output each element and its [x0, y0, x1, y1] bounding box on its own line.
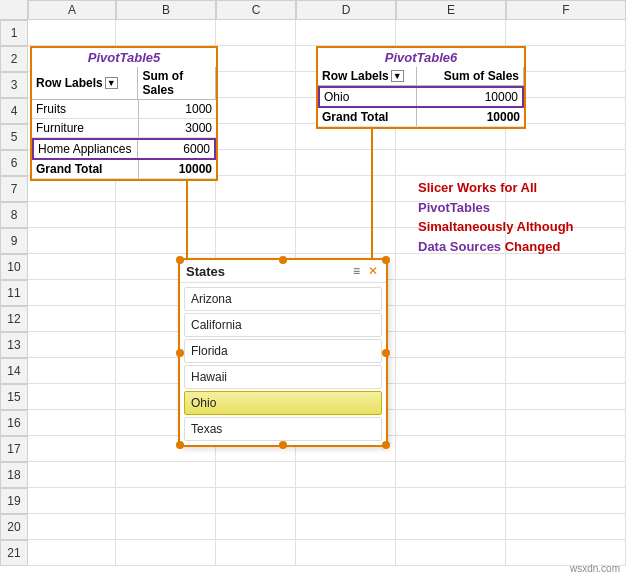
row-9: 9 [0, 228, 28, 254]
col-header-c: C [216, 0, 296, 20]
annotation-line2: PivotTables [418, 200, 490, 215]
row-1: 1 [0, 20, 28, 46]
slicer-item-arizona[interactable]: Arizona [184, 287, 382, 311]
cell-grandtotal1-value: 10000 [139, 160, 217, 178]
pivot-table-2-col-sumsales: Sum of Sales [417, 67, 524, 85]
slicer-items-list: Arizona California Florida Hawaii Ohio T… [180, 283, 386, 445]
pivot-table-1-col-rowlabels: Row Labels ▼ [32, 67, 138, 99]
cell-furniture-label: Furniture [32, 119, 139, 137]
corner-cell [0, 0, 28, 20]
col-header-a: A [28, 0, 116, 20]
slicer-clear-filter-icon[interactable]: ✕ [366, 263, 380, 279]
cell-grandtotal2-label: Grand Total [318, 108, 417, 126]
pivot-table-1-row-homeappliances: Home Appliances 6000 [32, 138, 216, 160]
annotation-line4: Data Sources [418, 239, 501, 254]
row-17: 17 [0, 436, 28, 462]
row-20: 20 [0, 514, 28, 540]
slicer-icon-group: ≡ ✕ [351, 263, 380, 279]
slicer: States ≡ ✕ Arizona California Florida Ha… [178, 258, 388, 447]
slicer-handle-ml[interactable] [176, 349, 184, 357]
row-2: 2 [0, 46, 28, 72]
row-15: 15 [0, 384, 28, 410]
row-6: 6 [0, 150, 28, 176]
row-16: 16 [0, 410, 28, 436]
pivot-table-1-row-fruits: Fruits 1000 [32, 100, 216, 119]
row-5: 5 [0, 124, 28, 150]
slicer-item-ohio[interactable]: Ohio [184, 391, 382, 415]
slicer-handle-mr[interactable] [382, 349, 390, 357]
slicer-item-texas[interactable]: Texas [184, 417, 382, 441]
column-headers: A B C D E F [28, 0, 626, 20]
cell-fruits-label: Fruits [32, 100, 139, 118]
watermark: wsxdn.com [570, 563, 620, 574]
slicer-title: States [186, 264, 225, 279]
pivot-table-2-row-ohio: Ohio 10000 [318, 86, 524, 108]
row-21: 21 [0, 540, 28, 566]
slicer-item-california[interactable]: California [184, 313, 382, 337]
col-header-e: E [396, 0, 506, 20]
row-19: 19 [0, 488, 28, 514]
cell-ohio-label: Ohio [320, 88, 417, 106]
slicer-multiselect-icon[interactable]: ≡ [351, 263, 362, 279]
cell-furniture-value: 3000 [139, 119, 217, 137]
cell-grandtotal1-label: Grand Total [32, 160, 139, 178]
pivot-table-2: PivotTable6 Row Labels ▼ Sum of Sales Oh… [316, 46, 526, 129]
row-7: 7 [0, 176, 28, 202]
cell-ohio-value: 10000 [417, 88, 522, 106]
pivot-table-2-col-rowlabels: Row Labels ▼ [318, 67, 417, 85]
pivot-table-1: PivotTable5 Row Labels ▼ Sum of Sales Fr… [30, 46, 218, 181]
pivot-table-2-header: Row Labels ▼ Sum of Sales [318, 67, 524, 86]
pivot-table-1-title: PivotTable5 [32, 48, 216, 67]
row-12: 12 [0, 306, 28, 332]
slicer-handle-tm[interactable] [279, 256, 287, 264]
annotation-line3: Simaltaneously Although [418, 219, 574, 234]
slicer-item-hawaii[interactable]: Hawaii [184, 365, 382, 389]
pivot-table-1-col-sumsales: Sum of Sales [138, 67, 216, 99]
slicer-handle-tr[interactable] [382, 256, 390, 264]
row-11: 11 [0, 280, 28, 306]
col-header-f: F [506, 0, 626, 20]
cell-homeappliances-label: Home Appliances [34, 140, 138, 158]
col-header-b: B [116, 0, 216, 20]
row-4: 4 [0, 98, 28, 124]
cell-homeappliances-value: 6000 [138, 140, 214, 158]
row-3: 3 [0, 72, 28, 98]
slicer-item-florida[interactable]: Florida [184, 339, 382, 363]
slicer-handle-br[interactable] [382, 441, 390, 449]
row-14: 14 [0, 358, 28, 384]
slicer-handle-tl[interactable] [176, 256, 184, 264]
spreadsheet: A B C D E F 1 2 3 4 5 6 7 8 9 10 11 12 1… [0, 0, 626, 578]
pivot-table-1-header: Row Labels ▼ Sum of Sales [32, 67, 216, 100]
filter-icon-2[interactable]: ▼ [391, 70, 404, 82]
row-13: 13 [0, 332, 28, 358]
row-headers: 1 2 3 4 5 6 7 8 9 10 11 12 13 14 15 16 1… [0, 20, 28, 566]
cell-fruits-value: 1000 [139, 100, 217, 118]
annotation-text: Slicer Works for All PivotTables Simalta… [418, 178, 603, 256]
annotation-line1: Slicer Works for All [418, 180, 537, 195]
slicer-handle-bm[interactable] [279, 441, 287, 449]
row-18: 18 [0, 462, 28, 488]
pivot-table-1-grand-total: Grand Total 10000 [32, 160, 216, 179]
pivot-table-2-title: PivotTable6 [318, 48, 524, 67]
row-8: 8 [0, 202, 28, 228]
pivot-table-1-row-furniture: Furniture 3000 [32, 119, 216, 138]
filter-icon-1[interactable]: ▼ [105, 77, 118, 89]
cell-grandtotal2-value: 10000 [417, 108, 524, 126]
col-header-d: D [296, 0, 396, 20]
pivot-table-2-grand-total: Grand Total 10000 [318, 108, 524, 127]
annotation-line5: Changed [505, 239, 561, 254]
row-10: 10 [0, 254, 28, 280]
slicer-handle-bl[interactable] [176, 441, 184, 449]
